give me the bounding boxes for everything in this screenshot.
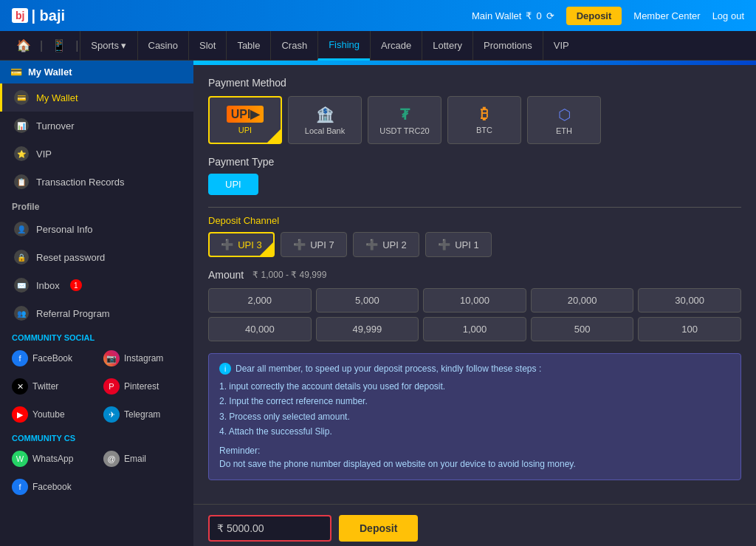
menu-item-crash[interactable]: Crash (270, 31, 317, 61)
mobile-icon[interactable]: 📱 (44, 38, 74, 52)
facebook-icon: f (12, 350, 28, 366)
menu-item-lottery[interactable]: Lottery (422, 31, 472, 61)
sidebar-item-inbox[interactable]: ✉️ Inbox 1 (0, 271, 193, 299)
menu-item-slot[interactable]: Slot (188, 31, 226, 61)
content-inner: Payment Method UPI▶ UPI 🏦 Local Bank ₮ U… (193, 65, 756, 504)
deposit-button[interactable]: Deposit (339, 515, 418, 542)
whatsapp-icon: W (12, 451, 28, 467)
sidebar-item-my-wallet[interactable]: 💳 My Wallet (0, 83, 193, 112)
sidebar-icon-lock: 🔒 (14, 250, 29, 265)
sidebar-icon-turnover: 📊 (14, 118, 29, 133)
payment-type-tabs: UPI (208, 174, 741, 195)
menu-item-table[interactable]: Table (226, 31, 270, 61)
top-right-area: Main Wallet ₹ 0 ⟳ Deposit Member Center … (472, 7, 744, 25)
amount-30000[interactable]: 30,000 (638, 288, 741, 313)
cs-facebook-icon: f (12, 479, 28, 495)
sidebar-item-personal-info[interactable]: 👤 Personal Info (0, 215, 193, 243)
payment-method-eth[interactable]: ⬡ ETH (527, 96, 601, 144)
logout-link[interactable]: Log out (712, 10, 744, 21)
amount-40000[interactable]: 40,000 (208, 317, 312, 341)
sidebar-item-reset-password[interactable]: 🔒 Reset password (0, 243, 193, 271)
content-area: Payment Method UPI▶ UPI 🏦 Local Bank ₮ U… (193, 61, 756, 546)
payment-method-local-bank[interactable]: 🏦 Local Bank (288, 96, 362, 144)
amount-500[interactable]: 500 (531, 317, 634, 341)
telegram-icon: ✈ (103, 406, 120, 423)
payment-methods-row: UPI▶ UPI 🏦 Local Bank ₮ USDT TRC20 ₿ (208, 96, 741, 144)
cs-item-facebook[interactable]: f Facebook (6, 474, 96, 500)
menu-item-sports[interactable]: Sports ▾ (80, 31, 137, 61)
payment-type-upi[interactable]: UPI (208, 174, 258, 195)
channel-upi2[interactable]: ➕ UPI 2 (353, 232, 419, 257)
sidebar-icon-vip: ⭐ (14, 146, 29, 161)
payment-method-upi[interactable]: UPI▶ UPI (208, 96, 282, 144)
info-step-4: 4. Attach the successful Slip. (219, 424, 730, 439)
menu-item-casino[interactable]: Casino (137, 31, 188, 61)
wallet-balance: 0 (536, 10, 541, 21)
social-item-pinterest[interactable]: P Pinterest (97, 373, 188, 400)
wallet-header-icon: 💳 (10, 66, 22, 78)
amount-5000[interactable]: 5,000 (316, 288, 419, 313)
menu-item-vip[interactable]: VIP (543, 31, 580, 61)
channel-upi3[interactable]: ➕ UPI 3 (208, 232, 275, 257)
info-steps-list: 1. input correctly the account details y… (219, 379, 730, 440)
channel-add-icon-upi1: ➕ (438, 239, 450, 250)
info-icon: i (219, 363, 231, 375)
amount-49999[interactable]: 49,999 (316, 317, 419, 341)
inbox-badge: 1 (70, 279, 82, 291)
social-item-telegram[interactable]: ✈ Telegram (97, 401, 188, 428)
social-item-twitter[interactable]: ✕ Twitter (6, 373, 96, 400)
channel-upi7[interactable]: ➕ UPI 7 (281, 232, 347, 257)
member-center-link[interactable]: Member Center (633, 10, 700, 21)
refresh-icon[interactable]: ⟳ (546, 10, 554, 21)
sidebar-item-referral[interactable]: 👥 Referral Program (0, 299, 193, 327)
sidebar-icon-inbox: ✉️ (14, 278, 29, 293)
sidebar-icon-referral: 👥 (14, 306, 29, 321)
sidebar: 💳 My Wallet 💳 My Wallet 📊 Turnover ⭐ VIP… (0, 61, 193, 546)
info-box-title: i Dear all member, to speed up your depo… (219, 363, 730, 375)
instagram-icon: 📷 (103, 350, 120, 366)
amount-grid: 2,000 5,000 10,000 20,000 30,000 40,000 … (208, 288, 741, 341)
info-reminder: Reminder:Do not save the phone number di… (219, 444, 730, 471)
deposit-channel-label: Deposit Channel (208, 215, 741, 226)
channel-upi1[interactable]: ➕ UPI 1 (425, 232, 492, 257)
social-item-facebook[interactable]: f FaceBook (6, 345, 96, 372)
amount-2000[interactable]: 2,000 (208, 288, 312, 313)
info-step-3: 3. Process only selected amount. (219, 409, 730, 424)
logo-text: | baji (31, 7, 65, 24)
email-icon: @ (103, 451, 120, 467)
amount-20000[interactable]: 20,000 (531, 288, 634, 313)
social-item-youtube[interactable]: ▶ Youtube (6, 401, 96, 428)
sidebar-item-transaction-records[interactable]: 📋 Transaction Records (0, 168, 193, 196)
payment-method-btc[interactable]: ₿ BTC (447, 96, 521, 144)
community-cs-label: community cs (0, 428, 193, 446)
rupee-sign: ₹ (217, 522, 224, 534)
menu-item-arcade[interactable]: Arcade (370, 31, 422, 61)
amount-10000[interactable]: 10,000 (423, 288, 526, 313)
menu-item-fishing[interactable]: Fishing (317, 31, 370, 61)
top-deposit-button[interactable]: Deposit (566, 7, 622, 25)
channel-add-icon-upi2: ➕ (365, 239, 378, 250)
info-step-2: 2. Input the correct reference number. (219, 394, 730, 409)
amount-100[interactable]: 100 (638, 317, 741, 341)
deposit-bar: ₹ Deposit (193, 504, 756, 546)
amount-1000[interactable]: 1,000 (423, 317, 526, 341)
menu-item-promotions[interactable]: Promotions (472, 31, 543, 61)
cs-item-whatsapp[interactable]: W WhatsApp (6, 446, 96, 472)
payment-method-usdt[interactable]: ₮ USDT TRC20 (368, 96, 441, 144)
main-layout: 💳 My Wallet 💳 My Wallet 📊 Turnover ⭐ VIP… (0, 61, 756, 546)
sidebar-item-turnover[interactable]: 📊 Turnover (0, 112, 193, 140)
cs-grid: W WhatsApp @ Email f Facebook (0, 446, 193, 500)
amount-label: Amount (208, 269, 244, 281)
payment-method-label: Payment Method (208, 77, 741, 89)
community-social-label: community social (0, 327, 193, 345)
sidebar-icon-wallet: 💳 (14, 90, 29, 105)
channel-add-icon-upi3: ➕ (221, 239, 233, 250)
deposit-amount-input[interactable] (227, 516, 323, 540)
amount-range: ₹ 1,000 - ₹ 49,999 (252, 270, 326, 280)
sidebar-item-vip[interactable]: ⭐ VIP (0, 140, 193, 168)
home-icon[interactable]: 🏠 (9, 38, 38, 52)
sidebar-wallet-header: 💳 My Wallet (0, 61, 193, 83)
social-item-instagram[interactable]: 📷 Instagram (97, 345, 188, 372)
cs-item-email[interactable]: @ Email (97, 446, 188, 472)
currency-symbol: ₹ (526, 10, 532, 21)
